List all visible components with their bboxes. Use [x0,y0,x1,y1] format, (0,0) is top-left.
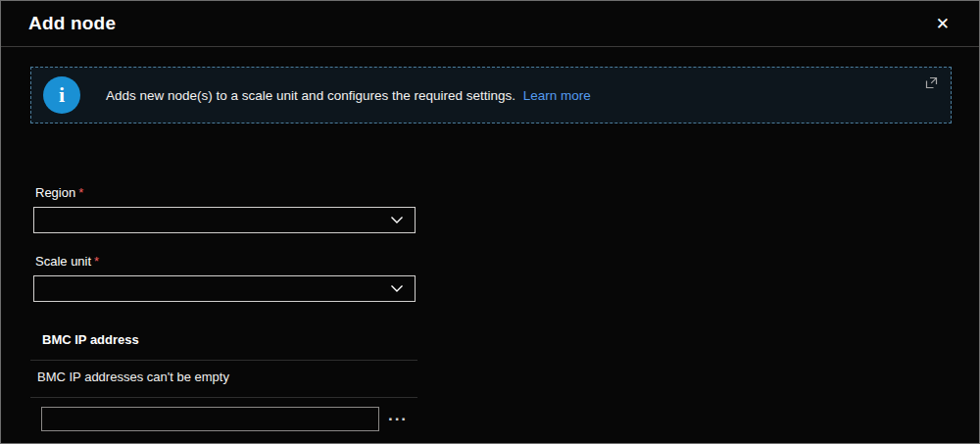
add-node-form: Region* Scale unit* BMC IP address BMC I… [33,185,417,431]
chevron-down-icon [390,284,404,293]
banner-text: Adds new node(s) to a scale unit and con… [106,88,515,103]
bmc-input-row: ··· [33,407,417,431]
open-in-new-icon[interactable] [924,75,939,90]
region-dropdown[interactable] [33,207,416,233]
info-banner: i Adds new node(s) to a scale unit and c… [30,67,952,123]
info-icon: i [43,76,80,114]
required-asterisk: * [94,254,99,269]
bmc-error-text: BMC IP addresses can't be empty [37,370,417,384]
divider [30,360,417,361]
bmc-section-header: BMC IP address [42,332,417,347]
divider [30,397,417,398]
scale-unit-dropdown[interactable] [33,275,416,302]
page-title: Add node [28,13,116,34]
region-label: Region* [35,185,417,200]
banner-message: Adds new node(s) to a scale unit and con… [106,88,591,103]
scale-unit-field-group: Scale unit* [33,254,417,302]
more-options-icon[interactable]: ··· [388,411,408,427]
learn-more-link[interactable]: Learn more [523,88,591,103]
add-node-panel: { "dialog": { "title": "Add node" }, "ic… [0,0,980,444]
scale-unit-label: Scale unit* [35,254,417,269]
chevron-down-icon [390,216,404,224]
bmc-ip-input[interactable] [41,407,379,431]
close-icon[interactable]: ✕ [932,14,954,34]
required-asterisk: * [78,185,83,200]
region-field-group: Region* [33,185,417,233]
dialog-header: Add node ✕ [1,1,979,47]
